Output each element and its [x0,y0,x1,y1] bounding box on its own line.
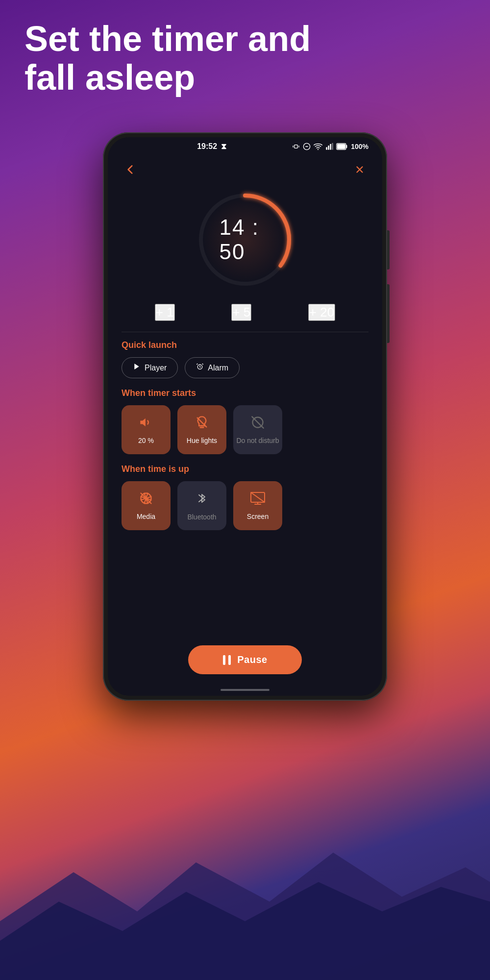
timer-status-icon: ⧗ [221,142,226,151]
phone-frame: 19:52 ⧗ 100% [103,132,387,701]
svg-rect-2 [294,145,298,148]
volume-tile[interactable]: 20 % [122,405,171,454]
bluetooth-tile[interactable]: Bluetooth [177,481,226,530]
back-button[interactable] [122,161,139,178]
svg-rect-37 [228,655,231,665]
when-time-up-label: When time is up [122,464,368,474]
home-indicator [108,684,382,696]
quick-add-row: + 1 + 5 + 20 [122,300,368,330]
home-bar [220,689,270,691]
add-20-button[interactable]: + 20 [308,304,335,321]
volume-icon [139,416,153,433]
phone-screen: 19:52 ⧗ 100% [108,137,382,696]
quick-launch-row: Player Alarm [122,357,368,378]
add-5-button[interactable]: + 5 [231,304,251,321]
quick-launch-label: Quick launch [122,340,368,350]
svg-rect-13 [346,145,347,148]
when-timer-starts-label: When timer starts [122,388,368,398]
pause-btn-container: Pause [122,638,368,674]
pause-button[interactable]: Pause [188,645,301,674]
player-label: Player [145,364,167,372]
phone-device: 19:52 ⧗ 100% [103,132,387,701]
bluetooth-label: Bluetooth [187,513,216,521]
screen-tile[interactable]: Screen [233,481,282,530]
bluetooth-icon [196,491,208,509]
when-starts-row: 20 % Hue light [122,405,368,454]
hue-lights-label: Hue lights [187,437,217,444]
svg-point-7 [318,149,318,150]
svg-rect-9 [328,146,330,150]
battery-icon [336,143,348,150]
status-bar: 19:52 ⧗ 100% [108,137,382,154]
status-time: 19:52 [197,142,217,151]
status-bar-left: 19:52 ⧗ [197,142,226,151]
dnd-icon [303,143,311,150]
svg-rect-3 [293,146,294,147]
timer-circle: 14 : 50 [194,188,296,291]
timer-display: 14 : 50 [220,215,271,264]
volume-label: 20 % [138,437,154,444]
when-up-row: Media Bluetooth [122,481,368,530]
media-tile[interactable]: Media [122,481,171,530]
signal-icon [325,143,333,150]
svg-rect-36 [223,655,225,665]
svg-rect-11 [332,143,334,150]
svg-rect-4 [299,146,299,147]
alarm-button[interactable]: Alarm [185,357,240,378]
hue-icon [195,416,209,433]
dnd-tile[interactable]: Do not disturb [233,405,282,454]
timer-section: 14 : 50 [122,183,368,300]
play-icon [133,363,141,373]
dnd-label: Do not disturb [236,437,279,444]
screen-icon [250,491,266,509]
svg-line-35 [251,492,265,502]
svg-rect-8 [326,147,328,149]
player-button[interactable]: Player [122,357,178,378]
headline-line1: Set the timer and [24,20,466,58]
pause-label: Pause [237,654,267,665]
headline-line2: fall asleep [24,58,466,97]
wifi-icon [314,143,322,150]
vibrate-icon [292,143,300,150]
status-bar-right: 100% [292,143,368,150]
battery-percent: 100% [351,143,368,150]
svg-marker-18 [134,364,139,369]
media-label: Media [137,513,155,520]
hue-lights-tile[interactable]: Hue lights [177,405,226,454]
divider-1 [122,332,368,332]
app-content: 14 : 50 + 1 + 5 + 20 Quick launch [108,154,382,684]
screen-label: Screen [247,513,269,520]
add-1-button[interactable]: + 1 [155,304,175,321]
dnd-tile-icon [250,416,265,433]
svg-marker-20 [140,418,146,426]
svg-rect-14 [337,144,345,149]
nav-row [122,154,368,183]
alarm-label: Alarm [208,364,228,372]
page-headline: Set the timer and fall asleep [24,20,466,97]
media-icon [139,491,153,509]
alarm-icon [196,363,204,373]
svg-rect-10 [330,144,332,150]
close-button[interactable] [351,161,368,178]
